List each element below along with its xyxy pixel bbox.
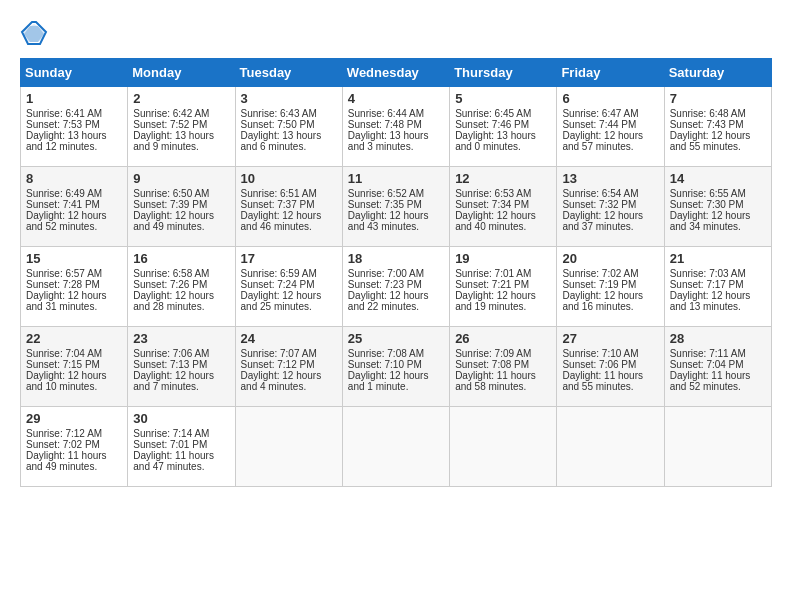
daylight-text: Daylight: 11 hours and 47 minutes. [133,450,214,472]
day-number: 7 [670,91,766,106]
daylight-text: Daylight: 12 hours and 19 minutes. [455,290,536,312]
day-header-tuesday: Tuesday [235,59,342,87]
daylight-text: Daylight: 11 hours and 49 minutes. [26,450,107,472]
calendar-cell: 18 Sunrise: 7:00 AM Sunset: 7:23 PM Dayl… [342,247,449,327]
sunrise-text: Sunrise: 6:47 AM [562,108,638,119]
day-number: 15 [26,251,122,266]
sunrise-text: Sunrise: 7:02 AM [562,268,638,279]
sunset-text: Sunset: 7:28 PM [26,279,100,290]
day-number: 23 [133,331,229,346]
day-number: 20 [562,251,658,266]
day-header-saturday: Saturday [664,59,771,87]
calendar-cell: 10 Sunrise: 6:51 AM Sunset: 7:37 PM Dayl… [235,167,342,247]
day-header-sunday: Sunday [21,59,128,87]
sunset-text: Sunset: 7:53 PM [26,119,100,130]
sunrise-text: Sunrise: 7:10 AM [562,348,638,359]
calendar-cell [342,407,449,487]
sunset-text: Sunset: 7:44 PM [562,119,636,130]
calendar-cell: 4 Sunrise: 6:44 AM Sunset: 7:48 PM Dayli… [342,87,449,167]
calendar-cell [235,407,342,487]
sunset-text: Sunset: 7:12 PM [241,359,315,370]
sunrise-text: Sunrise: 6:57 AM [26,268,102,279]
sunrise-text: Sunrise: 7:12 AM [26,428,102,439]
calendar-cell: 23 Sunrise: 7:06 AM Sunset: 7:13 PM Dayl… [128,327,235,407]
daylight-text: Daylight: 13 hours and 6 minutes. [241,130,322,152]
day-number: 2 [133,91,229,106]
day-number: 26 [455,331,551,346]
daylight-text: Daylight: 11 hours and 58 minutes. [455,370,536,392]
day-number: 27 [562,331,658,346]
daylight-text: Daylight: 12 hours and 55 minutes. [670,130,751,152]
sunset-text: Sunset: 7:10 PM [348,359,422,370]
daylight-text: Daylight: 12 hours and 49 minutes. [133,210,214,232]
daylight-text: Daylight: 12 hours and 34 minutes. [670,210,751,232]
calendar-week-row: 8 Sunrise: 6:49 AM Sunset: 7:41 PM Dayli… [21,167,772,247]
calendar-week-row: 1 Sunrise: 6:41 AM Sunset: 7:53 PM Dayli… [21,87,772,167]
calendar-cell: 5 Sunrise: 6:45 AM Sunset: 7:46 PM Dayli… [450,87,557,167]
sunrise-text: Sunrise: 6:59 AM [241,268,317,279]
day-header-wednesday: Wednesday [342,59,449,87]
sunset-text: Sunset: 7:13 PM [133,359,207,370]
calendar-cell: 9 Sunrise: 6:50 AM Sunset: 7:39 PM Dayli… [128,167,235,247]
sunrise-text: Sunrise: 6:53 AM [455,188,531,199]
day-number: 21 [670,251,766,266]
calendar-cell: 1 Sunrise: 6:41 AM Sunset: 7:53 PM Dayli… [21,87,128,167]
sunrise-text: Sunrise: 7:14 AM [133,428,209,439]
sunrise-text: Sunrise: 7:11 AM [670,348,746,359]
day-number: 16 [133,251,229,266]
daylight-text: Daylight: 12 hours and 57 minutes. [562,130,643,152]
sunrise-text: Sunrise: 7:00 AM [348,268,424,279]
day-number: 19 [455,251,551,266]
sunset-text: Sunset: 7:08 PM [455,359,529,370]
sunset-text: Sunset: 7:37 PM [241,199,315,210]
calendar-cell: 8 Sunrise: 6:49 AM Sunset: 7:41 PM Dayli… [21,167,128,247]
day-number: 10 [241,171,337,186]
sunset-text: Sunset: 7:30 PM [670,199,744,210]
logo [20,20,52,48]
sunset-text: Sunset: 7:26 PM [133,279,207,290]
sunset-text: Sunset: 7:15 PM [26,359,100,370]
sunset-text: Sunset: 7:43 PM [670,119,744,130]
sunrise-text: Sunrise: 6:58 AM [133,268,209,279]
calendar-cell: 22 Sunrise: 7:04 AM Sunset: 7:15 PM Dayl… [21,327,128,407]
calendar-week-row: 15 Sunrise: 6:57 AM Sunset: 7:28 PM Dayl… [21,247,772,327]
daylight-text: Daylight: 12 hours and 31 minutes. [26,290,107,312]
sunset-text: Sunset: 7:23 PM [348,279,422,290]
day-number: 1 [26,91,122,106]
sunset-text: Sunset: 7:50 PM [241,119,315,130]
sunset-text: Sunset: 7:48 PM [348,119,422,130]
daylight-text: Daylight: 12 hours and 1 minute. [348,370,429,392]
sunrise-text: Sunrise: 6:48 AM [670,108,746,119]
sunset-text: Sunset: 7:21 PM [455,279,529,290]
sunset-text: Sunset: 7:24 PM [241,279,315,290]
day-header-monday: Monday [128,59,235,87]
daylight-text: Daylight: 13 hours and 9 minutes. [133,130,214,152]
sunrise-text: Sunrise: 7:09 AM [455,348,531,359]
sunrise-text: Sunrise: 6:49 AM [26,188,102,199]
sunset-text: Sunset: 7:34 PM [455,199,529,210]
daylight-text: Daylight: 13 hours and 0 minutes. [455,130,536,152]
calendar-cell: 20 Sunrise: 7:02 AM Sunset: 7:19 PM Dayl… [557,247,664,327]
day-number: 25 [348,331,444,346]
sunset-text: Sunset: 7:32 PM [562,199,636,210]
sunrise-text: Sunrise: 7:01 AM [455,268,531,279]
day-header-thursday: Thursday [450,59,557,87]
logo-icon [20,20,48,48]
daylight-text: Daylight: 11 hours and 55 minutes. [562,370,643,392]
sunset-text: Sunset: 7:39 PM [133,199,207,210]
calendar-cell: 15 Sunrise: 6:57 AM Sunset: 7:28 PM Dayl… [21,247,128,327]
calendar-cell: 12 Sunrise: 6:53 AM Sunset: 7:34 PM Dayl… [450,167,557,247]
day-number: 24 [241,331,337,346]
sunset-text: Sunset: 7:35 PM [348,199,422,210]
daylight-text: Daylight: 12 hours and 25 minutes. [241,290,322,312]
sunset-text: Sunset: 7:02 PM [26,439,100,450]
sunrise-text: Sunrise: 6:51 AM [241,188,317,199]
calendar-cell: 11 Sunrise: 6:52 AM Sunset: 7:35 PM Dayl… [342,167,449,247]
day-number: 5 [455,91,551,106]
calendar-cell: 21 Sunrise: 7:03 AM Sunset: 7:17 PM Dayl… [664,247,771,327]
calendar-cell [664,407,771,487]
sunrise-text: Sunrise: 6:52 AM [348,188,424,199]
day-number: 9 [133,171,229,186]
day-number: 22 [26,331,122,346]
calendar-cell: 17 Sunrise: 6:59 AM Sunset: 7:24 PM Dayl… [235,247,342,327]
